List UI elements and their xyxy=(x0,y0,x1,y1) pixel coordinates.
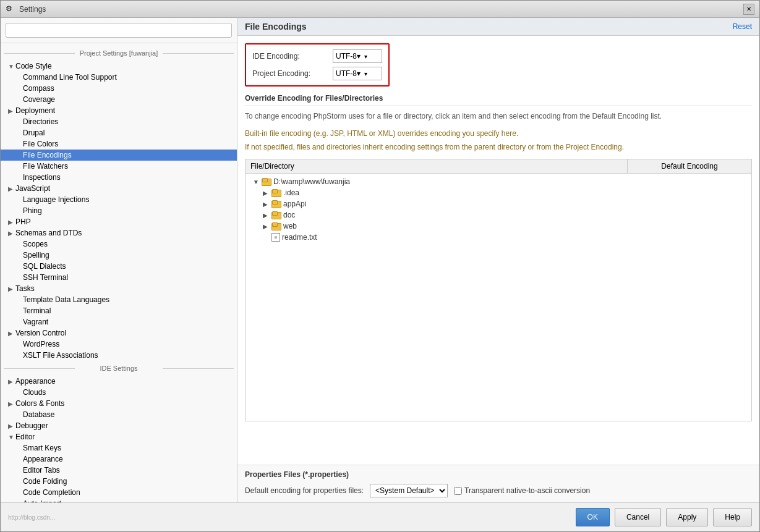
sidebar-item-deployment[interactable]: ▶ Deployment xyxy=(1,105,237,116)
ide-encoding-row: IDE Encoding: UTF-8 ▾ xyxy=(252,49,382,63)
sidebar-item-directories[interactable]: Directories xyxy=(1,116,237,127)
ok-button[interactable]: OK xyxy=(576,508,610,526)
file-row-idea[interactable]: ▶ .idea xyxy=(248,187,749,198)
sidebar-item-terminal[interactable]: Terminal xyxy=(1,305,237,316)
sidebar-item-clouds[interactable]: Clouds xyxy=(1,387,237,398)
search-input[interactable] xyxy=(6,23,232,38)
reset-link[interactable]: Reset xyxy=(733,22,752,31)
sidebar-item-cmdline[interactable]: Command Line Tool Support xyxy=(1,72,237,83)
sidebar-item-editor[interactable]: ▼ Editor xyxy=(1,431,237,442)
watermark: http://blog.csdn... xyxy=(8,514,55,521)
override-section: Override Encoding for Files/Directories … xyxy=(245,94,752,153)
folder-arrow-appapi: ▶ xyxy=(263,201,271,208)
default-encoding-label: Default encoding for properties files: xyxy=(245,486,364,495)
file-row-root[interactable]: ▼ D:\wamp\www\fuwanjia xyxy=(248,176,749,187)
sidebar-item-schemas[interactable]: ▶ Schemas and DTDs xyxy=(1,227,237,239)
expand-arrow: ▶ xyxy=(8,230,15,237)
sidebar-item-spelling[interactable]: Spelling xyxy=(1,250,237,261)
sidebar-item-php[interactable]: ▶ PHP xyxy=(1,216,237,227)
sidebar-item-coverage[interactable]: Coverage xyxy=(1,94,237,105)
sidebar-item-file-watchers[interactable]: File Watchers xyxy=(1,161,237,172)
expand-arrow: ▼ xyxy=(8,434,15,441)
file-table-header: File/Directory Default Encoding xyxy=(246,159,751,174)
right-content: IDE Encoding: UTF-8 ▾ Project Encoding: … xyxy=(237,36,759,465)
sidebar-item-compass[interactable]: Compass xyxy=(1,83,237,94)
sidebar-item-vagrant[interactable]: Vagrant xyxy=(1,316,237,327)
expand-arrow: ▶ xyxy=(8,330,15,337)
file-row-web[interactable]: ▶ web xyxy=(248,221,749,232)
main-content: Project Settings [fuwanjia] ▼ Code Style… xyxy=(1,18,759,502)
expand-arrow: ▶ xyxy=(8,185,15,192)
window-title: Settings xyxy=(19,5,46,14)
sidebar-item-colors-fonts[interactable]: ▶ Colors & Fonts xyxy=(1,398,237,409)
transparent-checkbox[interactable] xyxy=(454,487,462,495)
folder-icon-idea xyxy=(271,189,281,197)
close-button[interactable]: ✕ xyxy=(743,4,754,15)
file-row-appapi[interactable]: ▶ appApi xyxy=(248,198,749,209)
sidebar-item-editor-appearance[interactable]: Appearance xyxy=(1,454,237,465)
override-title: Override Encoding for Files/Directories xyxy=(245,94,752,106)
sidebar-item-editor-tabs[interactable]: Editor Tabs xyxy=(1,465,237,476)
sidebar-item-appearance[interactable]: ▶ Appearance xyxy=(1,376,237,387)
transparent-label: Transparent native-to-ascii conversion xyxy=(464,486,590,495)
search-box xyxy=(1,18,237,43)
folder-icon-appapi xyxy=(271,200,281,208)
project-encoding-row: Project Encoding: UTF-8 ▾ xyxy=(252,67,382,80)
right-panel: File Encodings Reset IDE Encoding: UTF-8… xyxy=(237,18,759,502)
sidebar-item-lang-injections[interactable]: Language Injections xyxy=(1,194,237,205)
sidebar-item-auto-import[interactable]: Auto Import xyxy=(1,498,237,502)
folder-arrow-web: ▶ xyxy=(263,223,271,230)
default-encoding-select[interactable]: <System Default> xyxy=(370,484,448,497)
sidebar-item-version-control[interactable]: ▶ Version Control xyxy=(1,327,237,339)
sidebar-item-code-completion[interactable]: Code Completion xyxy=(1,487,237,498)
sidebar-item-debugger[interactable]: ▶ Debugger xyxy=(1,420,237,431)
apply-button[interactable]: Apply xyxy=(666,508,708,526)
folder-icon-web xyxy=(271,222,281,230)
expand-arrow: ▶ xyxy=(8,400,15,407)
transparent-checkbox-wrapper: Transparent native-to-ascii conversion xyxy=(454,486,590,495)
sidebar-item-sql-dialects[interactable]: SQL Dialects xyxy=(1,261,237,272)
properties-row: Default encoding for properties files: <… xyxy=(245,484,752,497)
ide-settings-header: IDE Settings xyxy=(1,365,237,372)
sidebar-item-template-data[interactable]: Template Data Languages xyxy=(1,294,237,305)
tree-container: Project Settings [fuwanjia] ▼ Code Style… xyxy=(1,43,237,502)
properties-title: Properties Files (*.properties) xyxy=(245,470,752,479)
app-icon: ⚙ xyxy=(6,4,15,14)
titlebar: ⚙ Settings ✕ xyxy=(1,1,759,18)
sidebar-item-scopes[interactable]: Scopes xyxy=(1,239,237,250)
sidebar-item-phing[interactable]: Phing xyxy=(1,205,237,216)
sidebar-item-drupal[interactable]: Drupal xyxy=(1,127,237,138)
sidebar-item-file-encodings[interactable]: File Encodings xyxy=(1,150,237,161)
right-panel-header: File Encodings Reset xyxy=(237,18,759,36)
folder-arrow-root: ▼ xyxy=(253,179,262,185)
sidebar-item-javascript[interactable]: ▶ JavaScript xyxy=(1,183,237,194)
expand-arrow: ▶ xyxy=(8,285,15,292)
project-settings-header: Project Settings [fuwanjia] xyxy=(1,49,237,57)
sidebar-item-inspections[interactable]: Inspections xyxy=(1,172,237,183)
file-table-body: ▼ D:\wamp\www\fuwanjia ▶ .idea xyxy=(246,174,751,421)
sidebar-item-xslt[interactable]: XSLT File Associations xyxy=(1,350,237,361)
override-desc: To change encoding PhpStorm uses for a f… xyxy=(245,111,752,122)
sidebar-item-code-folding[interactable]: Code Folding xyxy=(1,476,237,487)
sidebar-item-wordpress[interactable]: WordPress xyxy=(1,339,237,350)
col-default-encoding: Default Encoding xyxy=(628,159,751,173)
sidebar-item-tasks[interactable]: ▶ Tasks xyxy=(1,283,237,294)
ide-encoding-select[interactable]: UTF-8 ▾ xyxy=(333,49,382,63)
file-row-doc[interactable]: ▶ doc xyxy=(248,209,749,221)
cancel-button[interactable]: Cancel xyxy=(615,508,661,526)
sidebar-item-code-style[interactable]: ▼ Code Style xyxy=(1,61,237,72)
file-row-readme[interactable]: ≡ readme.txt xyxy=(248,232,749,243)
sidebar-item-database[interactable]: Database xyxy=(1,409,237,420)
folder-arrow-idea: ▶ xyxy=(263,190,271,196)
properties-section: Properties Files (*.properties) Default … xyxy=(237,465,759,502)
sidebar-item-ssh[interactable]: SSH Terminal xyxy=(1,272,237,283)
sidebar-item-file-colors[interactable]: File Colors xyxy=(1,138,237,150)
help-button[interactable]: Help xyxy=(713,508,752,526)
encoding-section: IDE Encoding: UTF-8 ▾ Project Encoding: … xyxy=(245,43,390,87)
settings-window: ⚙ Settings ✕ Project Settings [fuwanjia]… xyxy=(0,0,760,532)
project-encoding-label: Project Encoding: xyxy=(252,69,333,78)
left-panel: Project Settings [fuwanjia] ▼ Code Style… xyxy=(1,18,237,502)
sidebar-item-smart-keys[interactable]: Smart Keys xyxy=(1,442,237,454)
override-note1: Built-in file encoding (e.g. JSP, HTML o… xyxy=(245,128,752,139)
project-encoding-select[interactable]: UTF-8 ▾ xyxy=(333,67,382,80)
